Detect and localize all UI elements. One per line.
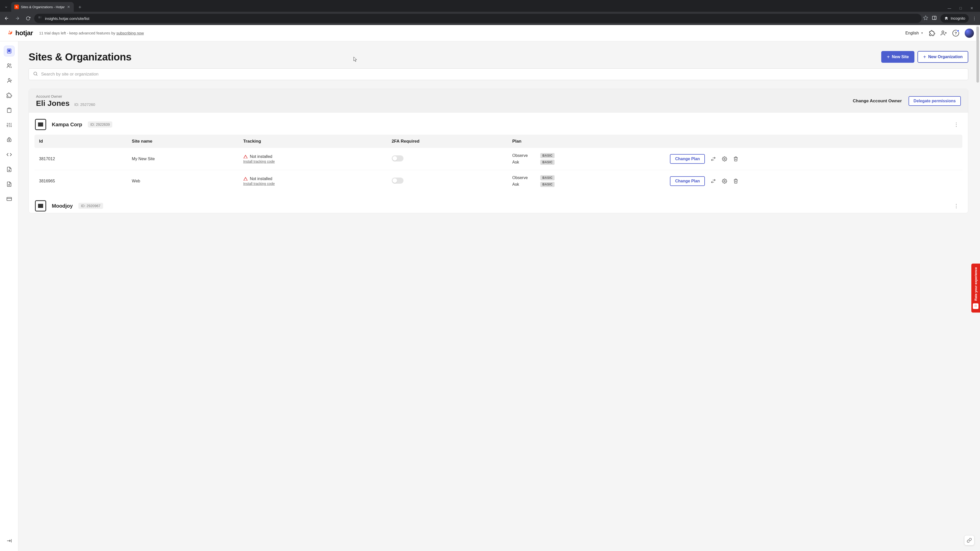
install-tracking-link[interactable]: Install tracking code: [243, 182, 383, 186]
nav-settings-sliders-icon[interactable]: [4, 120, 14, 130]
new-site-button[interactable]: + New Site: [881, 51, 915, 63]
nav-reload-button[interactable]: [24, 14, 33, 23]
svg-rect-43: [245, 157, 246, 158]
organization-block: Moodjoy ID: 2920967 ⋮: [29, 194, 968, 213]
2fa-toggle[interactable]: [392, 178, 404, 184]
site-info-icon[interactable]: [38, 16, 42, 21]
search-input[interactable]: [41, 72, 964, 77]
nav-forward-button[interactable]: [13, 14, 22, 23]
plan-observe-label: Observe: [512, 176, 530, 180]
site-row: 3816965 Web Not installed: [35, 170, 963, 192]
site-id: 3817012: [35, 148, 127, 170]
svg-point-40: [34, 72, 37, 75]
account-id: ID: 2527260: [74, 102, 95, 106]
svg-rect-17: [8, 51, 9, 52]
svg-rect-15: [8, 50, 9, 51]
invite-user-icon[interactable]: [941, 30, 947, 36]
browser-tab-active[interactable]: h Sites & Organizations - Hotjar ✕: [11, 2, 74, 12]
organization-menu-button[interactable]: ⋮: [952, 202, 961, 210]
nav-team-icon[interactable]: [4, 61, 14, 71]
new-tab-button[interactable]: [76, 3, 84, 11]
site-settings-icon[interactable]: [722, 156, 727, 162]
app-topbar: hotjar 11 trial days left - keep advance…: [0, 25, 980, 41]
nav-expand-icon[interactable]: [4, 536, 14, 546]
nav-invoice-icon[interactable]: [4, 179, 14, 189]
2fa-toggle[interactable]: [392, 156, 404, 162]
plan-observe-badge: BASIC: [540, 175, 555, 180]
col-id: Id: [35, 135, 127, 148]
search-bar[interactable]: [29, 68, 968, 80]
plan-ask-badge: BASIC: [540, 182, 555, 187]
hotjar-wordmark: hotjar: [15, 29, 33, 37]
svg-rect-42: [245, 156, 246, 157]
nav-privacy-lock-icon[interactable]: [4, 135, 14, 145]
incognito-label: Incognito: [951, 16, 965, 21]
language-selector[interactable]: English ▼: [905, 31, 923, 35]
delete-site-icon[interactable]: [733, 178, 738, 184]
plan-ask-badge: BASIC: [540, 160, 555, 165]
svg-rect-47: [245, 179, 246, 179]
feedback-side-tab[interactable]: Rate your experience ☺: [971, 264, 980, 313]
svg-rect-21: [8, 108, 10, 109]
help-button[interactable]: ?: [953, 30, 959, 37]
organization-menu-button[interactable]: ⋮: [952, 121, 961, 129]
integrations-icon[interactable]: [929, 30, 935, 36]
nav-clipboard-icon[interactable]: [4, 105, 14, 115]
plan-observe-badge: BASIC: [540, 153, 555, 158]
feedback-bot-icon: ☺: [973, 303, 978, 309]
account-card: Account Owner Eli Jones ID: 2527260 Chan…: [29, 89, 968, 213]
organization-block: Kampa Corp ID: 2922639 ⋮ Id Site name Tr…: [29, 113, 968, 194]
browser-menu-button[interactable]: ⋮: [972, 16, 977, 21]
nav-export-file-icon[interactable]: [4, 164, 14, 175]
tab-search-button[interactable]: [2, 3, 10, 11]
bookmark-star-icon[interactable]: [923, 15, 928, 21]
install-tracking-link[interactable]: Install tracking code: [243, 159, 383, 164]
notification-dot: [957, 30, 959, 32]
change-plan-button[interactable]: Change Plan: [670, 176, 705, 186]
nav-back-button[interactable]: [2, 14, 11, 23]
tab-close-button[interactable]: ✕: [67, 4, 71, 10]
site-settings-icon[interactable]: [722, 178, 727, 184]
copy-link-button[interactable]: [964, 535, 974, 545]
nav-integrations-icon[interactable]: [4, 90, 14, 100]
window-maximize[interactable]: □: [958, 6, 963, 10]
new-organization-button[interactable]: + New Organization: [918, 51, 968, 63]
search-icon: [33, 71, 38, 77]
delegate-permissions-button[interactable]: Delegate permissions: [908, 96, 961, 106]
transfer-site-icon[interactable]: [711, 178, 716, 184]
user-avatar[interactable]: [965, 29, 974, 38]
svg-line-41: [37, 75, 38, 76]
new-site-label: New Site: [892, 55, 909, 59]
window-controls: — □ ✕: [947, 6, 978, 12]
nav-code-icon[interactable]: [4, 149, 14, 160]
col-2fa: 2FA Required: [387, 135, 508, 148]
warning-icon: [243, 176, 248, 181]
svg-rect-16: [9, 50, 10, 51]
hotjar-logo[interactable]: hotjar: [7, 29, 33, 37]
svg-point-46: [724, 159, 725, 160]
address-bar[interactable]: insights.hotjar.com/site/list: [34, 14, 921, 23]
window-close[interactable]: ✕: [969, 6, 974, 10]
org-icon: [35, 200, 46, 211]
subscribe-link[interactable]: subscribing now: [116, 31, 144, 35]
organization-name: Kampa Corp: [52, 122, 82, 127]
account-owner-name: Eli Jones: [36, 99, 70, 108]
delete-site-icon[interactable]: [733, 156, 738, 162]
svg-point-32: [9, 140, 10, 141]
browser-toolbar: insights.hotjar.com/site/list Incognito …: [0, 12, 980, 25]
nav-sites-icon[interactable]: [4, 46, 14, 56]
side-panel-icon[interactable]: [932, 15, 937, 21]
change-account-owner-link[interactable]: Change Account Owner: [853, 98, 902, 103]
nav-account-users-icon[interactable]: [4, 76, 14, 86]
transfer-site-icon[interactable]: [711, 156, 716, 162]
nav-billing-card-icon[interactable]: [4, 194, 14, 204]
window-minimize[interactable]: —: [947, 6, 952, 10]
incognito-indicator[interactable]: Incognito: [940, 14, 969, 23]
change-plan-button[interactable]: Change Plan: [670, 154, 705, 164]
svg-point-20: [8, 79, 10, 80]
page-title: Sites & Organizations: [29, 51, 131, 63]
svg-marker-8: [924, 16, 928, 20]
scrollbar-thumb[interactable]: [977, 41, 979, 83]
trial-banner: 11 trial days left - keep advanced featu…: [39, 31, 144, 35]
svg-point-19: [7, 64, 9, 65]
